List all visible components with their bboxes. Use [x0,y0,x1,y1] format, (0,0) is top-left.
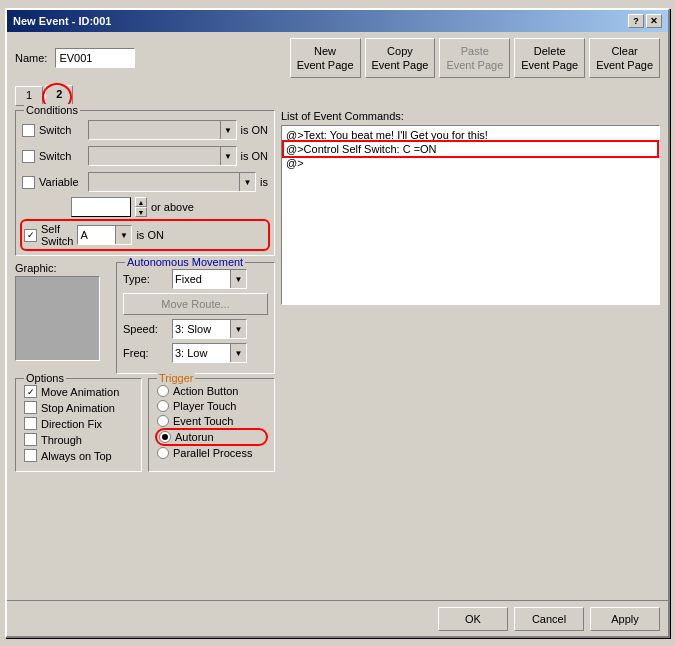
self-switch-select[interactable]: A ▼ [77,225,132,245]
event-item-0[interactable]: @>Text: You beat me! I'll Get you for th… [284,128,657,142]
type-dropdown-arrow: ▼ [230,270,246,288]
options-label: Options [24,372,66,384]
spin-up[interactable]: ▲ [135,197,147,207]
move-animation-checkbox[interactable]: ✓ [24,385,37,398]
toolbar: NewEvent Page CopyEvent Page PasteEvent … [143,38,660,78]
speed-label: Speed: [123,323,168,335]
name-row: Name: NewEvent Page CopyEvent Page Paste… [15,38,660,78]
condition-variable-arrow: ▼ [239,173,255,191]
autorun-radio-dot [162,434,168,440]
player-touch-radio[interactable] [157,400,169,412]
clear-event-page-button[interactable]: ClearEvent Page [589,38,660,78]
num-spin-box[interactable] [71,197,131,217]
delete-event-page-button[interactable]: DeleteEvent Page [514,38,585,78]
condition-switch1-row: Switch ▼ is ON [22,119,268,141]
trigger-player-touch: Player Touch [157,400,266,412]
option-stop-animation: Stop Animation [24,401,133,414]
option-always-on-top: Always on Top [24,449,133,462]
option-move-animation: ✓ Move Animation [24,385,133,398]
condition-switch1-dropdown[interactable]: ▼ [88,120,237,140]
self-switch-arrow: ▼ [115,226,131,244]
type-dropdown[interactable]: Fixed ▼ [172,269,247,289]
graphic-label: Graphic: [15,262,110,274]
event-commands-list[interactable]: @>Text: You beat me! I'll Get you for th… [281,125,660,305]
name-label: Name: [15,52,47,64]
parallel-process-radio[interactable] [157,447,169,459]
trigger-event-touch: Event Touch [157,415,266,427]
condition-variable-row: Variable ▼ is [22,171,268,193]
condition-switch2-dropdown[interactable]: ▼ [88,146,237,166]
condition-switch2-row: Switch ▼ is ON [22,145,268,167]
title-bar-buttons: ? ✕ [628,14,662,28]
or-above-label: or above [151,201,194,213]
condition-variable-state: is [260,176,268,188]
freq-dropdown-arrow: ▼ [230,344,246,362]
condition-switch2-state: is ON [241,150,269,162]
help-button[interactable]: ? [628,14,644,28]
new-event-page-button[interactable]: NewEvent Page [290,38,361,78]
auto-type-row: Type: Fixed ▼ [123,269,268,289]
option-through: Through [24,433,133,446]
bottom-left: Graphic: Autonomous Movement Type: Fixed… [15,262,275,374]
conditions-label: Conditions [24,104,80,116]
always-on-top-checkbox[interactable] [24,449,37,462]
close-button[interactable]: ✕ [646,14,662,28]
main-area: Conditions Switch ▼ is ON Switch [15,110,660,472]
autonomous-box: Autonomous Movement Type: Fixed ▼ Move R… [116,262,275,374]
condition-variable-label: Variable [39,176,84,188]
event-touch-radio[interactable] [157,415,169,427]
title-bar: New Event - ID:001 ? ✕ [7,10,668,32]
through-checkbox[interactable] [24,433,37,446]
cancel-button[interactable]: Cancel [514,607,584,631]
self-switch-checkbox[interactable]: ✓ [24,229,37,242]
condition-variable-checkbox[interactable] [22,176,35,189]
self-switch-label: SelfSwitch [41,223,73,247]
paste-event-page-button[interactable]: PasteEvent Page [439,38,510,78]
conditions-group: Conditions Switch ▼ is ON Switch [15,110,275,256]
dialog-content: Name: NewEvent Page CopyEvent Page Paste… [7,32,668,478]
condition-switch2-label: Switch [39,150,84,162]
ok-button[interactable]: OK [438,607,508,631]
option-direction-fix: Direction Fix [24,417,133,430]
stop-animation-checkbox[interactable] [24,401,37,414]
move-route-button[interactable]: Move Route... [123,293,268,315]
condition-switch1-checkbox[interactable] [22,124,35,137]
tab-1[interactable]: 1 [15,86,43,106]
event-item-2[interactable]: @> [284,156,657,170]
autorun-radio[interactable] [159,431,171,443]
self-switch-state: is ON [136,229,164,241]
apply-button[interactable]: Apply [590,607,660,631]
dialog-title: New Event - ID:001 [13,15,111,27]
trigger-parallel-process: Parallel Process [157,447,266,459]
action-button-radio[interactable] [157,385,169,397]
copy-event-page-button[interactable]: CopyEvent Page [365,38,436,78]
event-item-1[interactable]: @>Control Self Switch: C =ON [284,142,657,156]
name-input[interactable] [55,48,135,68]
condition-switch1-state: is ON [241,124,269,136]
freq-dropdown[interactable]: 3: Low ▼ [172,343,247,363]
condition-variable-dropdown[interactable]: ▼ [88,172,256,192]
bottom-bar: OK Cancel Apply [7,600,668,636]
autonomous-label: Autonomous Movement [125,256,245,268]
direction-fix-checkbox[interactable] [24,417,37,430]
trigger-box: Trigger Action Button Player Touch Event… [148,378,275,472]
auto-freq-row: Freq: 3: Low ▼ [123,343,268,363]
right-panel: List of Event Commands: @>Text: You beat… [281,110,660,472]
type-label: Type: [123,273,168,285]
event-commands-label: List of Event Commands: [281,110,660,122]
speed-dropdown[interactable]: 3: Slow ▼ [172,319,247,339]
speed-dropdown-arrow: ▼ [230,320,246,338]
graphic-preview[interactable] [15,276,100,361]
condition-switch1-label: Switch [39,124,84,136]
spin-arrows: ▲ ▼ [135,197,147,217]
condition-switch2-arrow: ▼ [220,147,236,165]
self-switch-row: ✓ SelfSwitch A ▼ is ON [22,221,268,249]
condition-switch2-checkbox[interactable] [22,150,35,163]
trigger-label: Trigger [157,372,195,384]
trigger-action-button: Action Button [157,385,266,397]
trigger-autorun: Autorun [157,430,266,444]
options-box: Options ✓ Move Animation Stop Animation … [15,378,142,472]
options-trigger-row: Options ✓ Move Animation Stop Animation … [15,378,275,472]
spin-down[interactable]: ▼ [135,207,147,217]
left-panel: Conditions Switch ▼ is ON Switch [15,110,275,472]
